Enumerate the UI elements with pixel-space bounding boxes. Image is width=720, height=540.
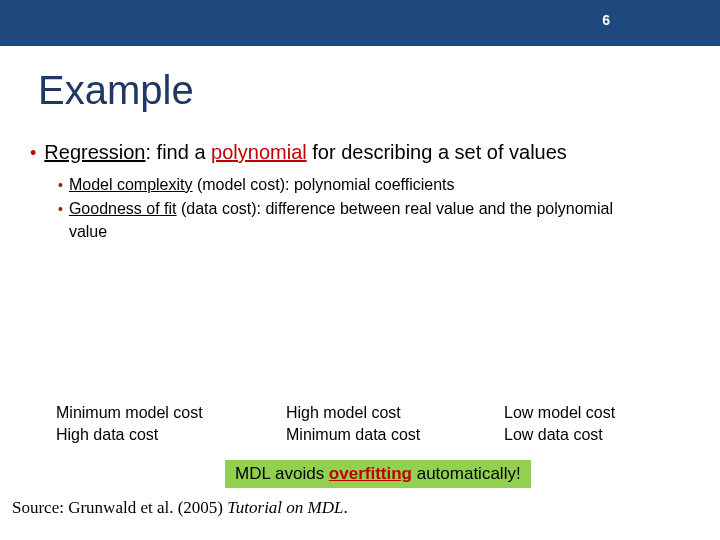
sub-bullet-text: Model complexity (model cost): polynomia… [69,174,455,196]
cost-column-3: Low model cost Low data cost [504,402,674,445]
sub-bullet-2: • Goodness of fit (data cost): differenc… [58,198,720,243]
source-post: . [343,498,347,517]
bullet-icon: • [58,176,63,196]
col-line: High data cost [56,424,286,446]
sub-bullets: • Model complexity (model cost): polynom… [58,174,720,243]
main-bullet-text: Regression: find a polynomial for descri… [44,139,567,166]
col-line: High model cost [286,402,504,424]
bullet-icon: • [58,200,63,220]
regression-term: Regression [44,141,145,163]
polynomial-term: polynomial [211,141,307,163]
cost-column-1: Minimum model cost High data cost [56,402,286,445]
col-line: Low model cost [504,402,674,424]
sub-bullet-text: Goodness of fit (data cost): difference … [69,198,629,243]
callout-post: automatically! [412,464,521,483]
sub-lead: Goodness of fit [69,200,177,217]
source-pre: Source: Grunwald et al. (2005) [12,498,227,517]
page-number: 6 [602,12,610,28]
col-line: Low data cost [504,424,674,446]
col-line: Minimum data cost [286,424,504,446]
slide: 6 Example • Regression: find a polynomia… [0,0,720,540]
overfitting-term: overfitting [329,464,412,483]
text-mid2: for describing a set of values [307,141,567,163]
header-bar: 6 [0,0,720,46]
main-bullet: • Regression: find a polynomial for desc… [30,139,720,166]
sub-bullet-1: • Model complexity (model cost): polynom… [58,174,720,196]
sub-lead: Model complexity [69,176,193,193]
callout-pre: MDL avoids [235,464,329,483]
source-title: Tutorial on MDL [227,498,343,517]
sub-rest: (model cost): polynomial coefficients [193,176,455,193]
text-mid1: : find a [145,141,211,163]
mdl-callout: MDL avoids overfitting automatically! [225,460,531,488]
content: • Regression: find a polynomial for desc… [30,139,720,243]
col-line: Minimum model cost [56,402,286,424]
bullet-icon: • [30,141,36,165]
cost-column-2: High model cost Minimum data cost [286,402,504,445]
source-citation: Source: Grunwald et al. (2005) Tutorial … [12,498,348,518]
cost-columns: Minimum model cost High data cost High m… [56,402,676,445]
slide-title: Example [38,68,720,113]
